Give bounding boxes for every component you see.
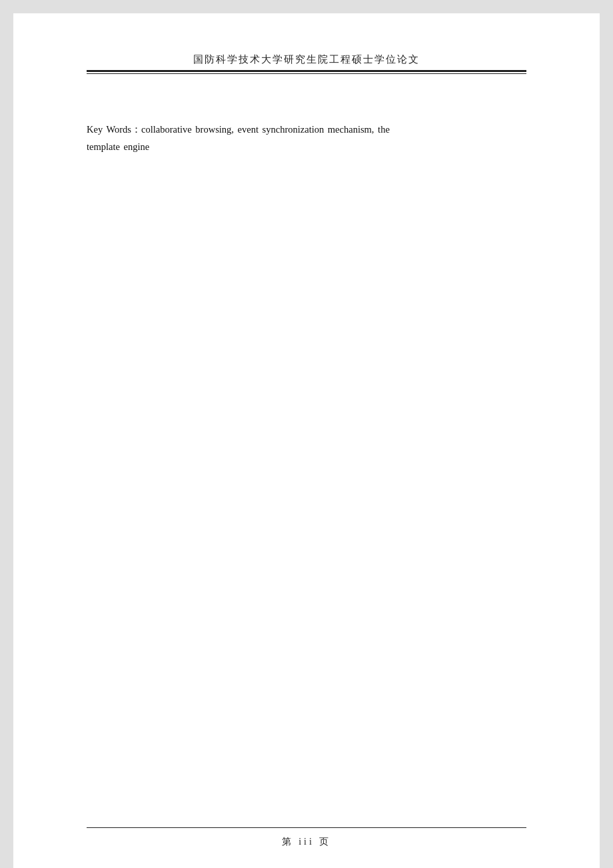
document-page: 国防科学技术大学研究生院工程硕士学位论文 Key Words：collabora…	[13, 13, 600, 868]
page-footer: 第 iii 页	[13, 827, 600, 848]
keywords-label: Key Words：collaborative browsing, event …	[87, 124, 390, 135]
header-rule-thick	[87, 70, 526, 72]
footer-rule	[87, 827, 526, 828]
keywords-continuation: template engine	[87, 141, 149, 152]
keywords-paragraph: Key Words：collaborative browsing, event …	[87, 121, 526, 155]
main-content: Key Words：collaborative browsing, event …	[87, 81, 526, 829]
page-header: 国防科学技术大学研究生院工程硕士学位论文	[87, 53, 526, 74]
header-rule-thin	[87, 73, 526, 74]
header-double-rule	[87, 70, 526, 74]
document-title: 国防科学技术大学研究生院工程硕士学位论文	[193, 53, 420, 66]
page-number: 第 iii 页	[282, 836, 332, 848]
